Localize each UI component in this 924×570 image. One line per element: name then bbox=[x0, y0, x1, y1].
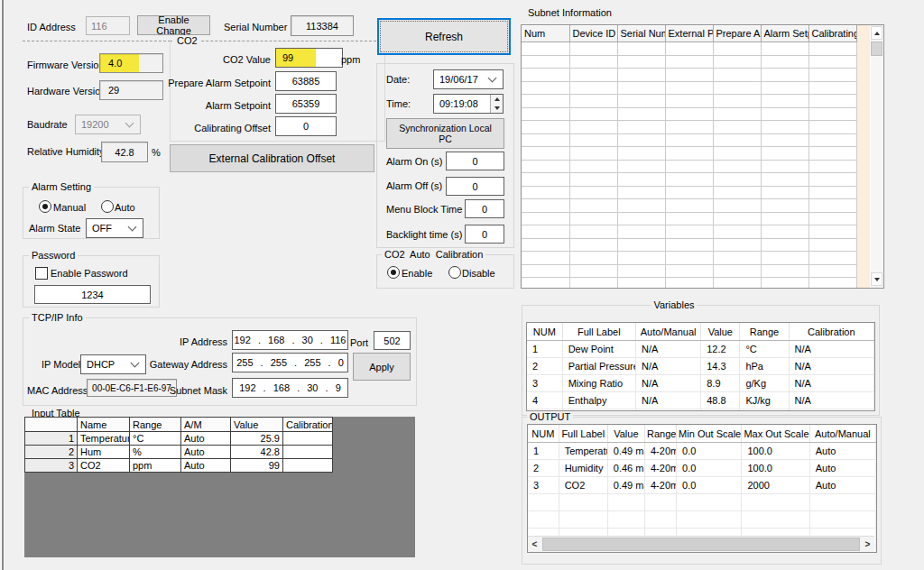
column-header[interactable]: Serial Numb bbox=[617, 25, 665, 42]
table-row[interactable] bbox=[522, 212, 856, 225]
ip-address-field[interactable]: 192 . 168 . 30 . 116 bbox=[232, 330, 348, 350]
spinner-down-icon[interactable] bbox=[491, 104, 503, 113]
column-header[interactable]: Min Out Scale bbox=[677, 425, 742, 443]
password-field[interactable]: 1234 bbox=[34, 285, 151, 304]
column-header[interactable]: Value bbox=[701, 323, 740, 341]
scroll-down-icon[interactable] bbox=[871, 272, 882, 286]
table-row[interactable] bbox=[522, 42, 856, 56]
alarm-setpoint-field[interactable]: 65359 bbox=[275, 94, 337, 114]
calibrating-offset-field[interactable]: 0 bbox=[275, 116, 337, 136]
column-header[interactable]: NUM bbox=[527, 323, 562, 341]
table-row[interactable]: 2Hum%Auto42.8 bbox=[25, 446, 333, 459]
column-header[interactable]: NUM bbox=[528, 425, 559, 443]
table-row[interactable] bbox=[522, 69, 856, 82]
enable-password-checkbox[interactable] bbox=[35, 267, 48, 280]
scroll-up-icon[interactable] bbox=[871, 26, 882, 40]
column-header[interactable]: Value bbox=[607, 425, 644, 443]
refresh-button[interactable]: Refresh bbox=[377, 18, 511, 55]
time-spinner[interactable]: 09:19:08 bbox=[433, 94, 504, 114]
column-header[interactable]: Auto/Manual bbox=[809, 425, 875, 443]
cal-enable-radio[interactable] bbox=[387, 266, 400, 279]
alarm-auto-radio[interactable] bbox=[101, 200, 114, 213]
column-header[interactable]: Range bbox=[740, 323, 789, 341]
alarm-manual-radio[interactable] bbox=[39, 200, 51, 213]
table-cell bbox=[761, 107, 808, 121]
table-row[interactable] bbox=[528, 494, 876, 511]
column-header[interactable]: Prepare Alar bbox=[713, 25, 761, 42]
table-row[interactable] bbox=[522, 55, 856, 69]
subnet-vertical-scrollbar[interactable] bbox=[871, 25, 882, 288]
column-header[interactable]: Max Out Scale bbox=[742, 425, 809, 443]
table-row[interactable] bbox=[522, 81, 856, 95]
column-header[interactable]: Name bbox=[78, 418, 130, 432]
table-row[interactable] bbox=[522, 95, 856, 108]
scrollbar-thumb[interactable] bbox=[542, 538, 860, 551]
date-combo[interactable]: 19/06/17 bbox=[433, 69, 504, 89]
table-cell bbox=[713, 225, 761, 239]
table-row[interactable] bbox=[528, 511, 876, 529]
scroll-left-icon[interactable]: < bbox=[528, 537, 541, 552]
table-row[interactable] bbox=[522, 173, 856, 187]
alarm-state-combo[interactable]: OFF bbox=[86, 218, 143, 238]
scroll-right-icon[interactable]: > bbox=[861, 537, 874, 552]
table-row[interactable] bbox=[522, 199, 856, 213]
co2-value-field[interactable]: 99 bbox=[275, 48, 343, 68]
table-row[interactable] bbox=[522, 238, 856, 252]
column-header[interactable]: Auto/Manual bbox=[635, 323, 700, 341]
table-row[interactable]: 3Mixing RatioN/A8.9g/KgN/A bbox=[527, 375, 874, 392]
table-row[interactable] bbox=[522, 121, 856, 134]
port-field[interactable]: 502 bbox=[374, 331, 411, 350]
id-address-field[interactable]: 116 bbox=[86, 16, 130, 35]
output-horizontal-scrollbar[interactable]: < > bbox=[528, 536, 874, 552]
sync-local-pc-button[interactable]: Synchronization Local PC bbox=[386, 118, 504, 149]
column-header[interactable]: Full Label bbox=[562, 323, 635, 341]
table-row[interactable]: 4EnthalpyN/A48.8KJ/kgN/A bbox=[527, 392, 874, 409]
column-header[interactable]: Range bbox=[644, 425, 676, 443]
scrollbar-thumb[interactable] bbox=[871, 41, 882, 56]
enable-change-button[interactable]: Enable Change bbox=[137, 15, 210, 35]
ip-model-combo[interactable]: DHCP bbox=[80, 354, 146, 374]
backlight-time-field[interactable]: 0 bbox=[465, 225, 504, 244]
table-row[interactable] bbox=[522, 160, 856, 173]
column-header[interactable]: Calibrating C bbox=[808, 25, 856, 42]
table-row[interactable]: 1Dew PointN/A12.2°CN/A bbox=[527, 341, 874, 358]
table-row[interactable] bbox=[522, 133, 856, 147]
alarm-off-field[interactable]: 0 bbox=[446, 177, 504, 196]
cal-disable-radio[interactable] bbox=[448, 266, 461, 279]
serial-number-field[interactable]: 113384 bbox=[291, 15, 354, 36]
column-header[interactable]: Device ID bbox=[569, 25, 617, 42]
column-header[interactable] bbox=[25, 418, 78, 432]
column-header[interactable]: External PPI bbox=[665, 25, 713, 42]
table-row[interactable] bbox=[522, 264, 856, 278]
table-row[interactable] bbox=[527, 409, 874, 412]
spinner-up-icon[interactable] bbox=[491, 95, 503, 104]
subnet-mask-field[interactable]: 192 . 168 . 30 . 9 bbox=[232, 378, 348, 398]
table-row[interactable]: 2Partial PressureN/A14.3hPaN/A bbox=[527, 358, 874, 375]
gateway-address-field[interactable]: 255 . 255 . 255 . 0 bbox=[232, 353, 348, 372]
external-calibration-offset-button[interactable]: External Calibration Offset bbox=[170, 144, 374, 172]
column-header[interactable]: Num bbox=[522, 25, 569, 42]
column-header[interactable]: Calibration bbox=[789, 323, 873, 341]
column-header[interactable]: Calibration bbox=[283, 418, 333, 432]
column-header[interactable]: Alarm Setpo bbox=[761, 25, 808, 42]
table-row[interactable]: 2Humidity0.46 ma4-20mA0.0100.0Auto bbox=[528, 460, 876, 477]
table-row[interactable] bbox=[522, 147, 856, 161]
alarm-on-field[interactable]: 0 bbox=[446, 152, 504, 170]
apply-button[interactable]: Apply bbox=[353, 353, 411, 381]
table-row[interactable] bbox=[522, 252, 856, 265]
column-header[interactable]: A/M bbox=[181, 418, 231, 432]
table-row[interactable]: 1Temperature0.49 ma4-20mA0.0100.0Auto bbox=[528, 443, 876, 460]
prepare-alarm-setpoint-field[interactable]: 63885 bbox=[275, 71, 337, 91]
table-row[interactable] bbox=[522, 107, 856, 121]
baudrate-combo[interactable]: 19200 bbox=[75, 115, 141, 134]
column-header[interactable]: Range bbox=[130, 418, 181, 432]
table-row[interactable]: 3CO20.49 ma4-20mA0.02000Auto bbox=[528, 477, 876, 494]
column-header[interactable]: Full Label bbox=[559, 425, 607, 443]
table-row[interactable] bbox=[522, 278, 856, 290]
table-row[interactable]: 1Temperature°CAuto25.9 bbox=[25, 432, 333, 446]
menu-block-time-field[interactable]: 0 bbox=[465, 199, 504, 218]
table-row[interactable]: 3CO2ppmAuto99 bbox=[25, 459, 333, 473]
column-header[interactable]: Value bbox=[231, 418, 283, 432]
table-row[interactable] bbox=[522, 186, 856, 199]
table-row[interactable] bbox=[522, 225, 856, 239]
